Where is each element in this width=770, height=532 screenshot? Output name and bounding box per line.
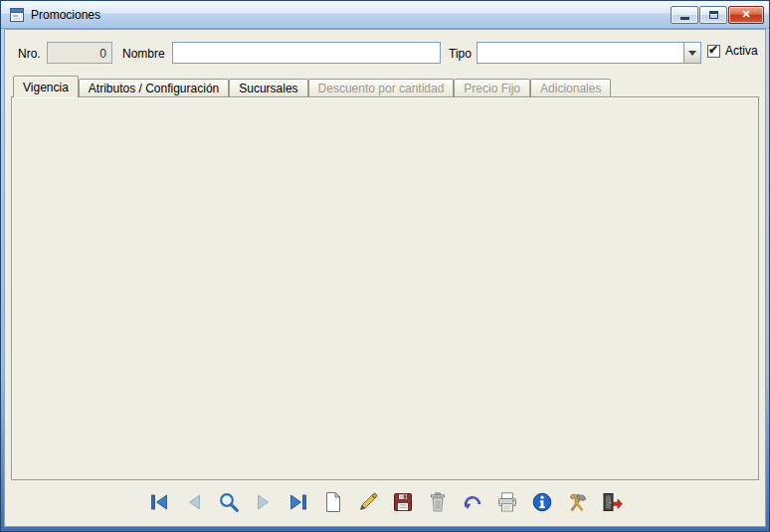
- previous-record-icon: [182, 490, 206, 514]
- delete-record-button[interactable]: [425, 489, 451, 515]
- info-button[interactable]: [529, 489, 555, 515]
- settings-button[interactable]: [564, 489, 590, 515]
- first-record-icon: [147, 490, 171, 514]
- exit-door-icon: [600, 490, 624, 514]
- tools-icon: [565, 490, 589, 514]
- nombre-input[interactable]: [172, 42, 441, 64]
- minimize-button[interactable]: [671, 6, 698, 24]
- new-record-button[interactable]: [320, 489, 346, 515]
- search-button[interactable]: [216, 489, 242, 515]
- tab-atributos-configuracion[interactable]: Atributos / Configuración: [79, 79, 229, 96]
- window-frame: Nro. 0 Nombre Tipo Activa Vigencia Atrib…: [1, 29, 769, 531]
- next-record-button[interactable]: [251, 489, 277, 515]
- maximize-icon: [709, 11, 718, 19]
- tab-adicionales: Adicionales: [530, 79, 611, 96]
- trash-icon: [426, 490, 450, 514]
- search-icon: [217, 490, 241, 514]
- last-record-icon: [287, 490, 310, 514]
- new-document-icon: [321, 490, 345, 514]
- tipo-dropdown-button[interactable]: [683, 43, 700, 63]
- chevron-down-icon: [688, 51, 696, 56]
- promociones-window: Promociones ✕ Nro. 0 Nombre Tipo Activa …: [0, 0, 770, 532]
- maximize-button[interactable]: [699, 6, 727, 24]
- vigencia-tab-panel: [11, 96, 759, 480]
- tab-sucursales[interactable]: Sucursales: [229, 79, 307, 96]
- close-button[interactable]: ✕: [728, 6, 764, 24]
- previous-record-button[interactable]: [181, 489, 207, 515]
- tipo-selected-value: [478, 43, 683, 63]
- next-record-icon: [252, 490, 276, 514]
- tab-strip: Vigencia Atributos / Configuración Sucur…: [13, 76, 611, 96]
- edit-record-button[interactable]: [355, 489, 381, 515]
- app-icon: [9, 7, 25, 23]
- activa-checkbox-box[interactable]: [707, 45, 720, 58]
- first-record-button[interactable]: [146, 489, 172, 515]
- window-title: Promociones: [31, 8, 100, 22]
- tipo-combobox[interactable]: [477, 42, 701, 64]
- tab-precio-fijo: Precio Fijo: [454, 79, 530, 96]
- nombre-label: Nombre: [122, 47, 165, 61]
- print-button[interactable]: [494, 489, 520, 515]
- printer-icon: [495, 490, 519, 514]
- titlebar[interactable]: Promociones ✕: [1, 1, 769, 29]
- activa-label: Activa: [725, 44, 758, 58]
- pencil-icon: [356, 490, 380, 514]
- nro-label: Nro.: [18, 47, 41, 61]
- activa-checkbox[interactable]: Activa: [707, 44, 758, 58]
- undo-arrow-icon: [461, 490, 484, 514]
- tipo-label: Tipo: [449, 47, 472, 61]
- exit-button[interactable]: [599, 489, 625, 515]
- client-area: Nro. 0 Nombre Tipo Activa Vigencia Atrib…: [4, 29, 766, 527]
- window-controls: ✕: [671, 6, 764, 24]
- record-toolbar: [5, 489, 765, 515]
- save-record-button[interactable]: [390, 489, 416, 515]
- info-icon: [530, 490, 554, 514]
- nro-input: 0: [47, 42, 112, 64]
- undo-changes-button[interactable]: [460, 489, 485, 515]
- floppy-disk-icon: [391, 490, 415, 514]
- close-icon: ✕: [741, 9, 750, 20]
- minimize-icon: [680, 17, 689, 20]
- tab-descuento-por-cantidad: Descuento por cantidad: [308, 79, 455, 96]
- last-record-button[interactable]: [286, 489, 311, 515]
- tab-vigencia[interactable]: Vigencia: [13, 76, 79, 97]
